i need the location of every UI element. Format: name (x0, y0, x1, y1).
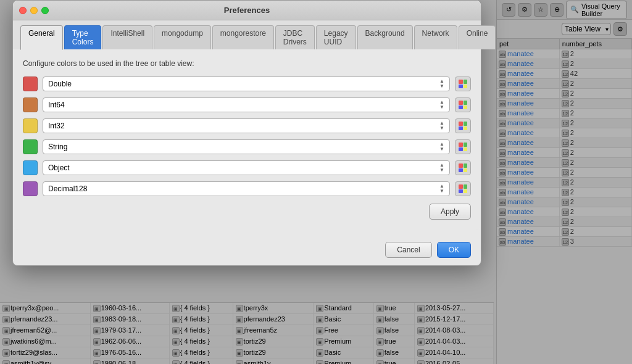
color-dropdown-double[interactable]: Double▲▼ (43, 77, 450, 91)
tab-intellishell[interactable]: IntelliShell (102, 25, 152, 49)
color-dropdown-int64[interactable]: Int64▲▼ (43, 97, 450, 112)
cancel-button[interactable]: Cancel (385, 242, 431, 258)
dialog-tabs: GeneralType ColorsIntelliShellmongodumpm… (13, 20, 481, 49)
color-swatch-double[interactable] (23, 77, 38, 91)
color-picker-btn-int64[interactable] (455, 97, 471, 112)
color-row-double: Double▲▼ (23, 77, 471, 91)
color-row-int64: Int64▲▼ (23, 97, 471, 112)
maximize-button[interactable] (41, 7, 49, 14)
tab-general[interactable]: General (20, 25, 63, 50)
color-row-int32: Int32▲▼ (23, 118, 471, 133)
tab-online[interactable]: Online (459, 25, 496, 49)
color-picker-btn-double[interactable] (455, 77, 471, 91)
color-swatch-int64[interactable] (23, 97, 38, 112)
tab-jdbc-drivers[interactable]: JDBC Drivers (275, 25, 315, 49)
color-rows-container: Double▲▼Int64▲▼Int32▲▼String▲▼Object▲▼De… (23, 77, 471, 196)
color-picker-btn-decimal128[interactable] (455, 181, 471, 196)
color-dropdown-int32[interactable]: Int32▲▼ (43, 118, 450, 133)
color-picker-btn-int32[interactable] (455, 118, 471, 133)
color-dropdown-decimal128[interactable]: Decimal128▲▼ (43, 181, 450, 196)
color-swatch-object[interactable] (23, 160, 38, 175)
dropdown-arrows-int32: ▲▼ (439, 121, 444, 131)
color-dropdown-object[interactable]: Object▲▼ (43, 160, 450, 175)
ok-button[interactable]: OK (437, 242, 471, 258)
color-label-object: Object (48, 163, 70, 172)
color-row-decimal128: Decimal128▲▼ (23, 181, 471, 196)
tab-mongodump[interactable]: mongodump (154, 25, 211, 49)
minimize-button[interactable] (30, 7, 38, 14)
apply-button[interactable]: Apply (429, 204, 471, 220)
dialog-footer: Cancel OK (13, 234, 481, 265)
dropdown-arrows-string: ▲▼ (439, 142, 444, 152)
tab-network[interactable]: Network (414, 25, 457, 49)
color-label-int64: Int64 (48, 101, 65, 109)
color-label-int32: Int32 (48, 122, 65, 130)
dropdown-arrows-object: ▲▼ (439, 163, 444, 173)
config-label: Configure colors to be used in the tree … (23, 59, 471, 68)
dialog-content: Configure colors to be used in the tree … (13, 49, 481, 230)
color-dropdown-string[interactable]: String▲▼ (43, 139, 450, 154)
dialog-title: Preferences (224, 6, 270, 15)
color-picker-btn-string[interactable] (455, 139, 471, 154)
dropdown-arrows-int64: ▲▼ (439, 100, 444, 110)
dropdown-arrows-decimal128: ▲▼ (439, 184, 444, 194)
color-label-string: String (48, 143, 67, 151)
tab-legacy-uuid[interactable]: Legacy UUID (316, 25, 356, 49)
tab-type-colors[interactable]: Type Colors (64, 25, 102, 49)
preferences-dialog: Preferences GeneralType ColorsIntelliShe… (12, 0, 481, 266)
color-row-object: Object▲▼ (23, 160, 471, 175)
tab-mongorestore[interactable]: mongorestore (212, 25, 274, 49)
dialog-overlay: Preferences GeneralType ColorsIntelliShe… (0, 0, 632, 364)
tab-background[interactable]: Background (357, 25, 413, 49)
color-picker-btn-object[interactable] (455, 160, 471, 175)
traffic-lights (19, 7, 49, 14)
color-row-string: String▲▼ (23, 139, 471, 154)
dialog-titlebar: Preferences (13, 1, 481, 20)
color-label-decimal128: Decimal128 (48, 184, 87, 193)
dropdown-arrows-double: ▲▼ (439, 79, 444, 89)
color-swatch-string[interactable] (23, 139, 38, 154)
close-button[interactable] (19, 7, 27, 14)
color-swatch-int32[interactable] (23, 118, 38, 133)
color-label-double: Double (48, 80, 72, 88)
color-swatch-decimal128[interactable] (23, 181, 38, 196)
